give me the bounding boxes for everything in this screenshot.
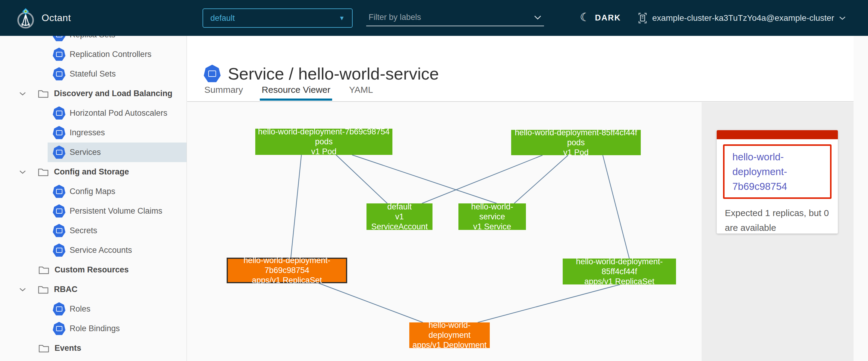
sidebar-item-label: Roles	[70, 304, 90, 314]
sidebar-item-horizontal-pod-autoscalers[interactable]: Horizontal Pod Autoscalers	[0, 103, 187, 123]
sidebar-item-events[interactable]: Events	[0, 338, 187, 358]
app-name[interactable]: Octant	[41, 0, 71, 36]
sidebar-item-stateful-sets[interactable]: Stateful Sets	[0, 64, 187, 84]
sidebar-item-label: Stateful Sets	[70, 69, 116, 79]
sidebar-item-label: Events	[55, 343, 82, 353]
chevron-down-icon[interactable]	[534, 15, 541, 20]
resource-icon	[53, 145, 65, 159]
sidebar-item-label: Config and Storage	[54, 167, 129, 176]
node-label: hello-world-service	[458, 202, 526, 222]
resource-icon	[53, 67, 65, 81]
sidebar-item-label: Persistent Volume Claims	[70, 206, 162, 216]
resource-icon	[53, 47, 65, 61]
context-label: example-cluster-ka3TuTzYo4a@example-clus…	[652, 13, 834, 23]
dropdown-caret-icon: ▼	[339, 15, 345, 22]
folder-icon	[38, 167, 49, 176]
sidebar-item-label: Config Maps	[70, 187, 116, 196]
node-sublabel: v1 Pod	[563, 147, 589, 158]
sidebar-item-label: Replication Controllers	[70, 50, 152, 59]
sidebar-item-label: Service Accounts	[70, 245, 132, 255]
graph-node-rs2[interactable]: hello-world-deployment-85ff4cf44fapps/v1…	[563, 259, 676, 285]
resource-link[interactable]: hello-world-deployment-7b69c98754	[723, 144, 832, 199]
sidebar-item-roles[interactable]: Roles	[0, 299, 187, 319]
graph-node-dep[interactable]: hello-world-deploymentapps/v1 Deployment	[409, 322, 490, 348]
node-sublabel: v1 Service	[473, 222, 511, 232]
sidebar-item-rbac[interactable]: RBAC	[0, 280, 187, 299]
sidebar-item-role-bindings[interactable]: Role Bindings	[0, 319, 187, 338]
sidebar-item-label: Role Bindings	[70, 324, 120, 333]
service-resource-icon	[204, 65, 221, 83]
sidebar-item-services[interactable]: Services	[0, 142, 187, 162]
sidebar-item-label: RBAC	[54, 285, 78, 294]
chevron-down-icon[interactable]	[19, 288, 26, 292]
app-header: Octant default ▼ Filter by labels ☾ DARK…	[0, 0, 868, 36]
tab-resource-viewer[interactable]: Resource Viewer	[261, 85, 330, 100]
sidebar-item-label: Services	[70, 147, 101, 157]
sidebar-item-config-maps[interactable]: Config Maps	[0, 182, 187, 201]
resource-icon	[53, 302, 65, 316]
context-selector[interactable]: example-cluster-ka3TuTzYo4a@example-clus…	[638, 0, 846, 36]
resource-icon	[53, 106, 65, 120]
sidebar-item-persistent-volume-claims[interactable]: Persistent Volume Claims	[0, 201, 187, 221]
node-sublabel: apps/v1 ReplicaSet	[252, 275, 322, 285]
sidebar-item-discovery-and-load-balancing[interactable]: Discovery and Load Balancing	[0, 84, 187, 103]
folder-icon	[38, 89, 49, 98]
label-filter-input[interactable]: Filter by labels	[366, 9, 544, 26]
sidebar-nav: Replica SetsReplication ControllersState…	[0, 36, 187, 358]
label-filter-placeholder: Filter by labels	[369, 13, 421, 22]
sidebar-item-label: Discovery and Load Balancing	[54, 89, 173, 98]
theme-toggle[interactable]: ☾ DARK	[580, 0, 621, 36]
sidebar-item-label: Secrets	[70, 226, 97, 235]
sidebar-item-label: Custom Resources	[55, 265, 129, 274]
octant-logo-icon	[16, 8, 35, 29]
tab-summary[interactable]: Summary	[204, 85, 243, 100]
chevron-down-icon[interactable]	[19, 170, 26, 174]
tab-bar-divider	[187, 101, 854, 102]
node-label: hello-world-deployment-85ff4cf44f pods	[511, 128, 641, 147]
status-bar-error	[717, 130, 838, 139]
namespace-dropdown[interactable]: default ▼	[203, 8, 352, 28]
replica-status-card: hello-world-deployment-7b69c98754 Expect…	[717, 130, 838, 233]
tab-yaml[interactable]: YAML	[349, 85, 373, 100]
page-title-text: Service / hello-world-service	[228, 64, 439, 84]
sidebar-item-replication-controllers[interactable]: Replication Controllers	[0, 44, 187, 64]
folder-icon	[38, 343, 50, 353]
node-sublabel: v1 Pod	[311, 147, 336, 157]
moon-icon: ☾	[580, 11, 590, 23]
sidebar-item-label: Horizontal Pod Autoscalers	[70, 108, 167, 118]
sidebar-item-custom-resources[interactable]: Custom Resources	[0, 260, 187, 280]
chevron-down-icon	[839, 16, 846, 20]
node-label: hello-world-deployment-7b69c98754 pods	[255, 127, 393, 147]
sidebar-item-label: Replica Sets	[70, 36, 116, 39]
node-sublabel: apps/v1 ReplicaSet	[584, 276, 655, 287]
status-message: Expected 1 replicas, but 0 are available	[723, 205, 832, 233]
graph-node-rs1[interactable]: hello-world-deployment-7b69c98754apps/v1…	[227, 258, 347, 283]
graph-node-sa[interactable]: defaultv1 ServiceAccount	[367, 203, 433, 230]
theme-toggle-label: DARK	[595, 13, 621, 23]
graph-node-svc[interactable]: hello-world-servicev1 Service	[458, 203, 526, 230]
resource-icon	[53, 36, 65, 41]
cluster-icon	[638, 13, 647, 24]
chevron-down-icon[interactable]	[19, 92, 26, 96]
node-label: hello-world-deployment	[409, 320, 490, 340]
node-label: hello-world-deployment-85ff4cf44f	[563, 257, 676, 276]
sidebar-item-service-accounts[interactable]: Service Accounts	[0, 240, 187, 260]
node-sublabel: apps/v1 Deployment	[412, 340, 487, 350]
resource-icon	[53, 322, 65, 335]
sidebar-item-replica-sets[interactable]: Replica Sets	[0, 36, 187, 44]
sidebar-item-config-and-storage[interactable]: Config and Storage	[0, 162, 187, 182]
node-label: default	[387, 202, 412, 212]
node-label: hello-world-deployment-7b69c98754	[228, 256, 346, 275]
graph-node-pod2[interactable]: hello-world-deployment-85ff4cf44f podsv1…	[511, 130, 641, 155]
resource-icon	[53, 204, 65, 218]
sidebar-item-secrets[interactable]: Secrets	[0, 221, 187, 240]
tab-bar: Summary Resource Viewer YAML	[204, 85, 373, 100]
sidebar-item-ingresses[interactable]: Ingresses	[0, 123, 187, 142]
resource-icon	[53, 243, 65, 257]
graph-node-pod1[interactable]: hello-world-deployment-7b69c98754 podsv1…	[255, 129, 393, 155]
detail-panel: hello-world-deployment-7b69c98754 Expect…	[702, 102, 854, 361]
page-title: Service / hello-world-service	[204, 64, 439, 84]
resource-icon	[53, 126, 65, 139]
scrollbar-track[interactable]	[854, 36, 868, 361]
namespace-value: default	[210, 13, 235, 23]
